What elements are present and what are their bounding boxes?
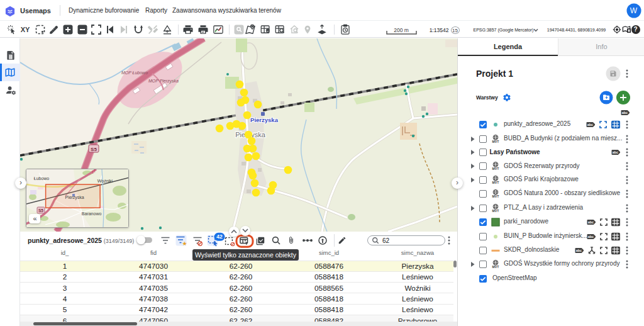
svg-text:MOP Łubowo: MOP Łubowo (121, 70, 148, 75)
svg-text:Łubowo: Łubowo (34, 176, 50, 181)
svg-text:Pierzyska: Pierzyska (65, 195, 84, 200)
svg-text:Pierzyska: Pierzyska (250, 116, 279, 123)
svg-text:S5: S5 (38, 208, 43, 213)
svg-text:Woźniki: Woźniki (97, 179, 113, 183)
svg-text:S5: S5 (91, 147, 97, 152)
svg-text:Baranowo: Baranowo (82, 211, 102, 216)
svg-text:MOP Pierzyska: MOP Pierzyska (148, 79, 179, 84)
